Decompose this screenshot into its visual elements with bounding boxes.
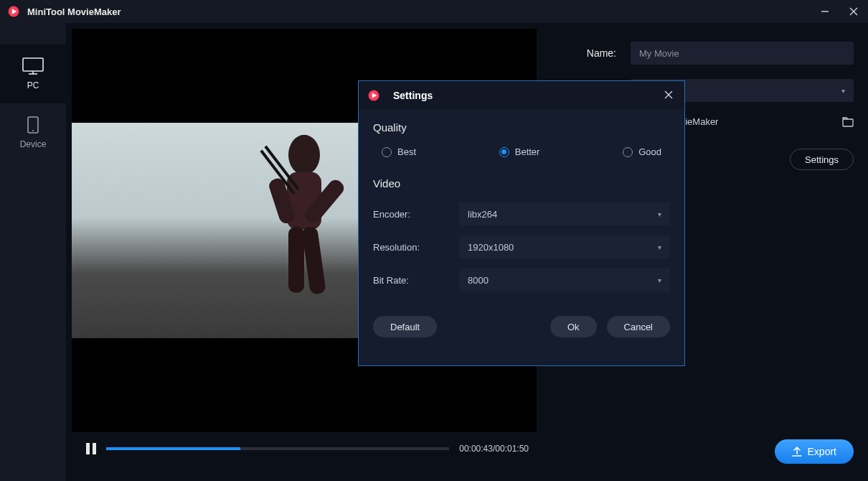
time-display: 00:00:43/00:01:50 — [459, 444, 529, 454]
device-icon — [22, 116, 44, 134]
player-controls: 00:00:43/00:01:50 — [72, 432, 543, 465]
encoder-row: Encoder: libx264▾ — [373, 202, 670, 225]
quality-better-radio[interactable]: Better — [499, 146, 540, 157]
svg-point-8 — [32, 130, 34, 131]
default-button[interactable]: Default — [373, 316, 437, 337]
encoder-select[interactable]: libx264▾ — [459, 202, 670, 225]
svg-point-9 — [288, 135, 320, 175]
window-controls — [811, 0, 868, 23]
app-logo-icon — [7, 5, 20, 18]
title-bar: MiniTool MovieMaker — [0, 0, 868, 23]
name-input[interactable] — [631, 42, 854, 65]
quality-section-title: Quality — [373, 121, 670, 134]
dialog-close-button[interactable] — [661, 89, 676, 102]
video-figure — [240, 122, 369, 316]
pause-button[interactable] — [86, 443, 96, 454]
svg-rect-4 — [23, 58, 43, 71]
sidebar-item-label: PC — [27, 80, 39, 90]
resolution-label: Resolution: — [373, 242, 459, 253]
sidebar-item-device[interactable]: Device — [0, 103, 66, 162]
radio-icon — [499, 147, 509, 157]
bitrate-select[interactable]: 8000▾ — [459, 268, 670, 291]
name-row: Name: — [572, 42, 854, 65]
bitrate-label: Bit Rate: — [373, 275, 459, 286]
resolution-select[interactable]: 1920x1080▾ — [459, 235, 670, 258]
radio-icon — [382, 147, 392, 157]
dialog-header: Settings — [359, 81, 684, 110]
minimize-button[interactable] — [811, 0, 839, 23]
resolution-row: Resolution: 1920x1080▾ — [373, 235, 670, 258]
radio-icon — [623, 147, 633, 157]
sidebar-item-pc[interactable]: PC — [0, 45, 66, 103]
close-icon — [664, 90, 673, 99]
upload-icon — [792, 447, 802, 457]
app-logo-icon — [367, 89, 380, 102]
dialog-actions: Default Ok Cancel — [359, 313, 684, 337]
dialog-body: Quality Best Better Good Video Encoder: … — [359, 110, 684, 313]
chevron-down-icon: ▾ — [658, 276, 661, 284]
quality-best-radio[interactable]: Best — [382, 146, 416, 157]
encoder-label: Encoder: — [373, 209, 459, 220]
chevron-down-icon: ▾ — [841, 87, 845, 95]
quality-radio-group: Best Better Good — [373, 146, 670, 157]
sidebar: PC Device — [0, 23, 66, 481]
monitor-icon — [22, 57, 44, 75]
quality-good-radio[interactable]: Good — [623, 146, 661, 157]
app-title: MiniTool MovieMaker — [27, 6, 121, 17]
close-button[interactable] — [839, 0, 868, 23]
chevron-down-icon: ▾ — [658, 210, 661, 218]
svg-rect-17 — [843, 119, 853, 126]
bitrate-row: Bit Rate: 8000▾ — [373, 268, 670, 291]
settings-button[interactable]: Settings — [790, 149, 854, 170]
ok-button[interactable]: Ok — [550, 316, 597, 337]
svg-rect-13 — [288, 227, 304, 293]
sidebar-item-label: Device — [20, 139, 47, 149]
dialog-title: Settings — [393, 90, 433, 101]
chevron-down-icon: ▾ — [658, 243, 661, 251]
folder-icon[interactable] — [842, 117, 854, 127]
video-section-title: Video — [373, 177, 670, 190]
name-label: Name: — [572, 47, 616, 59]
progress-bar[interactable] — [106, 447, 449, 450]
settings-dialog: Settings Quality Best Better Good Video … — [358, 80, 685, 366]
export-button[interactable]: Export — [775, 439, 854, 464]
svg-rect-14 — [301, 226, 326, 295]
cancel-button[interactable]: Cancel — [607, 316, 670, 337]
